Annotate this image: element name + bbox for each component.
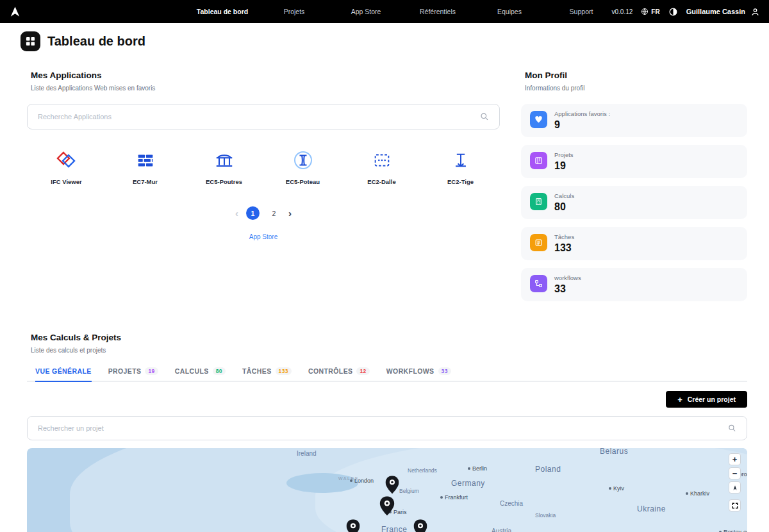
page-title: Tableau de bord <box>47 34 145 49</box>
app-tile-ec7-mur[interactable]: EC7-Mur <box>106 148 185 185</box>
map-label-country: Czechia <box>500 500 523 507</box>
map-zoom-in-button[interactable]: + <box>729 453 741 465</box>
map-label-country: Belgium <box>399 488 419 494</box>
map-label-country: Austria <box>492 528 511 532</box>
wall-icon <box>135 148 156 172</box>
city-name: Rostov-on-Don <box>724 529 747 532</box>
checklist-icon <box>530 234 547 251</box>
map-label-city: Rostov-on-Don <box>719 529 747 532</box>
map-marker[interactable] <box>380 496 395 518</box>
map-fullscreen-button[interactable] <box>729 499 741 511</box>
pagination-next-icon[interactable]: › <box>288 208 292 218</box>
applications-section: Mes Applications Liste des Applications … <box>27 71 500 301</box>
map-label-country: Ukraine <box>637 504 666 513</box>
app-tile-ifc-viewer[interactable]: IFC Viewer <box>27 148 106 185</box>
app-label: IFC Viewer <box>51 178 81 185</box>
map-landmass <box>315 448 747 532</box>
tab-label: CONTRÔLES <box>308 367 353 375</box>
tab-label: VUE GÉNÉRALE <box>35 367 92 375</box>
app-label: EC5-Poteau <box>286 178 320 185</box>
city-name: London <box>354 478 374 484</box>
app-tile-ec5-poutres[interactable]: EC5-Poutres <box>185 148 263 185</box>
beam-bridge-icon <box>213 148 235 172</box>
tab-workflows[interactable]: WORKFLOWS 33 <box>386 362 451 382</box>
applications-subtitle: Liste des Applications Web mises en favo… <box>31 85 500 92</box>
user-menu[interactable]: Guillaume Cassin <box>686 7 760 17</box>
applications-pagination: ‹ 1 2 › <box>27 206 500 220</box>
app-store-link[interactable]: App Store <box>27 233 500 240</box>
map-label-city: Berlin <box>468 465 487 472</box>
stat-label: Applications favoris : <box>554 110 610 117</box>
map-label-country: Belarus <box>600 448 628 456</box>
app-logo-icon[interactable] <box>9 6 21 18</box>
applications-search <box>27 104 500 129</box>
create-project-button[interactable]: + Créer un projet <box>666 391 747 408</box>
app-tile-ec2-dalle[interactable]: EC2-Dalle <box>342 148 421 185</box>
tab-taches[interactable]: TÂCHES 133 <box>242 362 292 382</box>
search-icon <box>480 112 489 121</box>
top-grid: Mes Applications Liste des Applications … <box>0 54 769 301</box>
tab-label: PROJETS <box>108 367 142 375</box>
map-marker[interactable] <box>386 476 399 496</box>
navbar-right: v0.0.12 FR Guillaume Cassin <box>612 7 760 17</box>
map-marker[interactable] <box>347 519 360 532</box>
map-zoom-out-button[interactable]: − <box>729 467 741 479</box>
calculs-projets-subtitle: Liste des calculs et projets <box>31 347 747 354</box>
dashboard-screen: Tableau de bord Projets App Store Référe… <box>0 0 769 532</box>
heart-icon <box>530 111 547 128</box>
app-label: EC2-Dalle <box>367 178 395 185</box>
stat-value: 9 <box>554 119 610 131</box>
map-compass-button[interactable] <box>729 481 741 494</box>
map-label-country: Ireland <box>297 450 317 457</box>
search-icon <box>728 424 736 433</box>
applications-search-input[interactable] <box>28 113 499 121</box>
stat-label: Projets <box>554 151 574 158</box>
nav-item-projets[interactable]: Projets <box>258 8 330 15</box>
map-label-country: France <box>381 525 407 532</box>
user-icon <box>750 7 760 17</box>
globe-icon <box>641 8 649 15</box>
column-icon <box>292 148 314 172</box>
projects-tabs: VUE GÉNÉRALE PROJETS 19 CALCULS 80 TÂCHE… <box>27 362 747 382</box>
app-tile-ec2-tige[interactable]: EC2-Tige <box>421 148 500 185</box>
stat-card-workflows: workflows 33 <box>521 268 747 301</box>
workflow-icon <box>530 275 547 292</box>
nav-item-referentiels[interactable]: Référentiels <box>402 8 474 15</box>
app-tile-ec5-poteau[interactable]: EC5-Poteau <box>263 148 342 185</box>
theme-toggle-icon[interactable] <box>668 7 678 17</box>
pagination-prev-icon[interactable]: ‹ <box>235 208 238 218</box>
nav-item-app-store[interactable]: App Store <box>330 8 402 15</box>
nav-item-tableau-de-bord[interactable]: Tableau de bord <box>186 8 258 15</box>
tab-badge: 33 <box>438 367 451 375</box>
nav-item-equipes[interactable]: Equipes <box>474 8 545 15</box>
map-label-city: Kyiv <box>609 485 624 492</box>
stat-card-projets: Projets 19 <box>521 145 747 178</box>
tab-projets[interactable]: PROJETS 19 <box>108 362 158 382</box>
projects-search-input[interactable] <box>28 424 747 432</box>
stat-value: 133 <box>554 242 574 254</box>
map-marker[interactable] <box>414 519 427 532</box>
map-label-country: Netherlands <box>408 467 437 474</box>
calculs-projets-title: Mes Calculs & Projets <box>31 333 747 342</box>
profile-title: Mon Profil <box>525 71 747 80</box>
stat-label: Tâches <box>554 233 574 240</box>
stat-value: 80 <box>554 201 574 213</box>
tab-label: CALCULS <box>175 367 209 375</box>
profile-subtitle: Informations du profil <box>525 85 747 92</box>
tab-controles[interactable]: CONTRÔLES 12 <box>308 362 370 382</box>
applications-title: Mes Applications <box>31 71 500 80</box>
language-code: FR <box>651 8 659 15</box>
tab-vue-generale[interactable]: VUE GÉNÉRALE <box>35 362 92 382</box>
tab-calculs[interactable]: CALCULS 80 <box>175 362 226 382</box>
nav-links: Tableau de bord Projets App Store Référe… <box>186 0 617 23</box>
calculator-icon <box>530 193 547 210</box>
stat-card-calculs: Calculs 80 <box>521 186 747 219</box>
plus-icon: + <box>677 395 682 404</box>
pagination-page-1[interactable]: 1 <box>246 206 260 220</box>
nav-item-support[interactable]: Support <box>545 8 617 15</box>
profile-section: Mon Profil Informations du profil Applic… <box>521 71 747 301</box>
projects-map[interactable]: Ireland WALES Netherlands Belgium German… <box>27 448 747 532</box>
language-switch[interactable]: FR <box>641 8 659 15</box>
pagination-page-2[interactable]: 2 <box>267 206 281 220</box>
tab-badge: 133 <box>276 367 292 375</box>
